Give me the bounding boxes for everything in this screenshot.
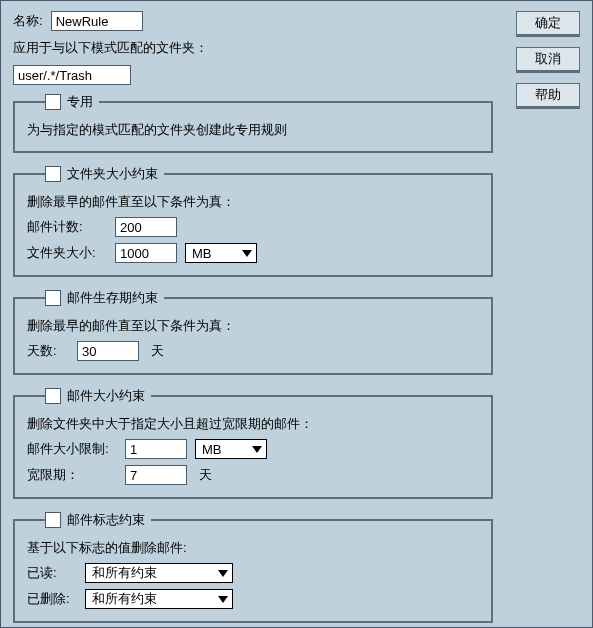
message-count-label: 邮件计数: [27,218,107,236]
grace-input[interactable] [125,465,187,485]
exclusive-title: 专用 [67,93,93,111]
dialog-window: 确定 取消 帮助 名称: 应用于与以下模式匹配的文件夹： 专用 为与指定的模式匹… [0,0,593,628]
read-label: 已读: [27,564,77,582]
message-age-title: 邮件生存期约束 [67,289,158,307]
days-unit: 天 [151,342,164,360]
message-size-title: 邮件大小约束 [67,387,145,405]
flags-checkbox[interactable] [45,512,61,528]
folder-size-input[interactable] [115,243,177,263]
chevron-down-icon [242,250,252,257]
pattern-input[interactable] [13,65,131,85]
read-select[interactable]: 和所有约束 [85,563,233,583]
folder-size-checkbox[interactable] [45,166,61,182]
folder-size-title: 文件夹大小约束 [67,165,158,183]
message-age-checkbox[interactable] [45,290,61,306]
message-age-group: 邮件生存期约束 删除最早的邮件直至以下条件为真： 天数: 天 [13,289,493,375]
help-button[interactable]: 帮助 [516,83,580,109]
name-label: 名称: [13,12,43,30]
applies-label: 应用于与以下模式匹配的文件夹： [13,39,493,57]
deleted-select-value: 和所有约束 [92,590,157,608]
deleted-select[interactable]: 和所有约束 [85,589,233,609]
size-limit-input[interactable] [125,439,187,459]
message-size-checkbox[interactable] [45,388,61,404]
message-size-group: 邮件大小约束 删除文件夹中大于指定大小且超过宽限期的邮件： 邮件大小限制: MB… [13,387,493,499]
message-count-input[interactable] [115,217,177,237]
deleted-label: 已删除: [27,590,77,608]
flags-group: 邮件标志约束 基于以下标志的值删除邮件: 已读: 和所有约束 已删除: 和所有约… [13,511,493,623]
grace-label: 宽限期： [27,466,117,484]
read-select-value: 和所有约束 [92,564,157,582]
size-limit-unit-select[interactable]: MB [195,439,267,459]
folder-size-desc: 删除最早的邮件直至以下条件为真： [27,193,479,211]
grace-unit: 天 [199,466,212,484]
folder-size-unit-value: MB [192,246,212,261]
size-limit-unit-value: MB [202,442,222,457]
cancel-button[interactable]: 取消 [516,47,580,73]
action-buttons: 确定 取消 帮助 [516,11,580,109]
message-age-desc: 删除最早的邮件直至以下条件为真： [27,317,479,335]
name-input[interactable] [51,11,143,31]
exclusive-group: 专用 为与指定的模式匹配的文件夹创建此专用规则 [13,93,493,153]
folder-size-group: 文件夹大小约束 删除最早的邮件直至以下条件为真： 邮件计数: 文件夹大小: MB [13,165,493,277]
message-size-desc: 删除文件夹中大于指定大小且超过宽限期的邮件： [27,415,479,433]
chevron-down-icon [252,446,262,453]
days-label: 天数: [27,342,69,360]
chevron-down-icon [218,596,228,603]
folder-size-unit-select[interactable]: MB [185,243,257,263]
flags-title: 邮件标志约束 [67,511,145,529]
days-input[interactable] [77,341,139,361]
size-limit-label: 邮件大小限制: [27,440,117,458]
folder-size-label: 文件夹大小: [27,244,107,262]
ok-button[interactable]: 确定 [516,11,580,37]
chevron-down-icon [218,570,228,577]
exclusive-desc: 为与指定的模式匹配的文件夹创建此专用规则 [27,121,479,139]
exclusive-checkbox[interactable] [45,94,61,110]
flags-desc: 基于以下标志的值删除邮件: [27,539,479,557]
